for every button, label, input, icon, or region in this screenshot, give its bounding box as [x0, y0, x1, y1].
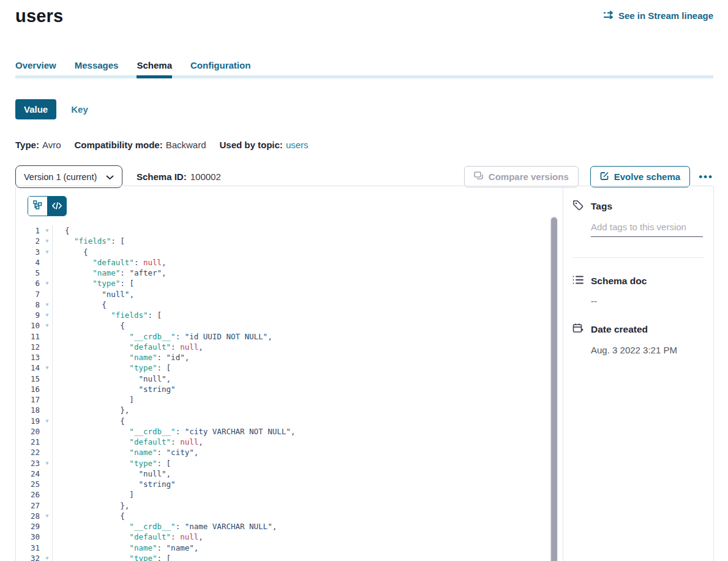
- tag-icon: [572, 200, 584, 213]
- line-number: 32: [16, 553, 42, 561]
- code-text: "name": "after",: [53, 268, 167, 278]
- see-in-stream-lineage-label: See in Stream lineage: [618, 10, 713, 21]
- line-number: 9: [16, 310, 42, 320]
- collapse-toggle-icon[interactable]: ▼: [42, 247, 52, 257]
- tab-schema[interactable]: Schema: [137, 55, 172, 78]
- line-number: 25: [16, 479, 42, 489]
- meta-pair: Used by topic:users: [220, 140, 309, 150]
- code-text: {: [53, 320, 125, 331]
- line-number: 30: [16, 532, 42, 542]
- line-number: 7: [16, 289, 42, 299]
- compare-versions-button[interactable]: Compare versions: [464, 166, 579, 187]
- code-text: "fields": [: [53, 236, 125, 246]
- tab-underline-track: [15, 75, 713, 78]
- code-line: 6▼ "type": [: [16, 278, 547, 288]
- value-key-toggle: Value Key: [15, 99, 728, 119]
- code-line: 22 "name": "city",: [16, 447, 547, 457]
- version-select[interactable]: Version 1 (current): [15, 165, 122, 188]
- code-line: 15 "null",: [16, 374, 547, 384]
- evolve-schema-button[interactable]: Evolve schema: [590, 166, 690, 187]
- code-text: {: [53, 511, 125, 521]
- line-number: 29: [16, 521, 42, 532]
- code-text: {: [53, 416, 125, 426]
- code-view-button[interactable]: [47, 197, 66, 216]
- code-text: },: [53, 405, 129, 415]
- code-line: 26 ]: [16, 489, 547, 500]
- line-number: 27: [16, 500, 42, 511]
- code-line: 19▼ {: [16, 416, 547, 426]
- line-number: 10: [16, 320, 42, 331]
- code-line: 9▼ "fields": [: [16, 310, 547, 320]
- add-tags-input[interactable]: [591, 219, 703, 237]
- meta-label: Used by topic:: [220, 140, 283, 150]
- collapse-toggle-icon[interactable]: ▼: [42, 225, 52, 236]
- tab-overview[interactable]: Overview: [15, 55, 56, 78]
- line-number: 23: [16, 458, 42, 469]
- code-text: {: [53, 299, 107, 310]
- code-line: 31 "name": "name",: [16, 543, 547, 553]
- code-text: "string": [53, 479, 176, 489]
- compare-icon: [474, 171, 484, 182]
- line-number: 6: [16, 278, 42, 288]
- code-line: 11 "__crdb__": "id UUID NOT NULL",: [16, 331, 547, 342]
- line-number: 5: [16, 268, 42, 278]
- key-toggle-button[interactable]: Key: [71, 104, 88, 115]
- line-number: 15: [16, 374, 42, 384]
- code-text: {: [53, 225, 70, 236]
- tree-view-button[interactable]: [28, 197, 47, 216]
- date-created-value: Aug. 3 2022 3:21 PM: [591, 345, 704, 355]
- code-text: "name": "id",: [53, 352, 189, 363]
- collapse-toggle-icon[interactable]: ▼: [42, 278, 52, 288]
- edit-icon: [600, 171, 609, 183]
- code-text: {: [53, 247, 88, 257]
- code-text: "null",: [53, 289, 134, 299]
- see-in-stream-lineage-link[interactable]: See in Stream lineage: [603, 10, 713, 21]
- meta-label: Compatibility mode:: [74, 140, 162, 150]
- line-number: 17: [16, 394, 42, 405]
- line-number: 24: [16, 469, 42, 479]
- tab-messages[interactable]: Messages: [75, 55, 119, 78]
- code-line: 1▼{: [16, 225, 547, 236]
- meta-value: Avro: [42, 140, 61, 150]
- code-line: 12 "default": null,: [16, 342, 547, 352]
- scrollbar-thumb[interactable]: [551, 217, 557, 561]
- tab-configuration[interactable]: Configuration: [190, 55, 250, 78]
- line-number: 2: [16, 236, 42, 246]
- tab-bar: OverviewMessagesSchemaConfiguration: [0, 55, 728, 78]
- line-number: 26: [16, 489, 42, 500]
- tags-section: Tags: [572, 200, 704, 237]
- collapse-toggle-icon[interactable]: ▼: [42, 236, 52, 246]
- schema-doc-value: --: [591, 296, 704, 306]
- schema-panel: 1▼{2▼ "fields": [3▼ {4 "default": null,5…: [15, 186, 714, 561]
- code-line: 5 "name": "after",: [16, 268, 547, 278]
- collapse-toggle-icon[interactable]: ▼: [42, 416, 52, 426]
- schema-sidebar: Tags Schema doc: [563, 186, 713, 561]
- meta-value-link[interactable]: users: [286, 140, 309, 150]
- sidebar-divider: [572, 257, 704, 258]
- schema-doc-title: Schema doc: [591, 276, 647, 287]
- schema-id-value: 100002: [190, 171, 221, 182]
- code-text: "default": null,: [53, 437, 203, 447]
- code-line: 20 "__crdb__": "city VARCHAR NOT NULL",: [16, 426, 547, 437]
- code-text: "fields": [: [53, 310, 162, 320]
- collapse-toggle-icon[interactable]: ▼: [42, 320, 52, 331]
- code-line: 25 "string": [16, 479, 547, 489]
- code-line: 7 "null",: [16, 289, 547, 299]
- schema-page: users See in Stream lineage OverviewMess…: [0, 0, 728, 561]
- value-toggle-button[interactable]: Value: [15, 99, 56, 119]
- code-line: 8▼ {: [16, 299, 547, 310]
- collapse-toggle-icon[interactable]: ▼: [42, 458, 52, 469]
- collapse-toggle-icon[interactable]: ▼: [42, 363, 52, 373]
- collapse-toggle-icon[interactable]: ▼: [42, 553, 52, 561]
- line-number: 11: [16, 331, 42, 342]
- more-options-button[interactable]: •••: [699, 174, 713, 180]
- code-text: "type": [: [53, 363, 171, 373]
- code-text: "default": null,: [53, 342, 203, 352]
- code-text: "string": [53, 384, 176, 394]
- collapse-toggle-icon[interactable]: ▼: [42, 310, 52, 320]
- meta-label: Type:: [15, 140, 39, 150]
- code-editor-content: 1▼{2▼ "fields": [3▼ {4 "default": null,5…: [16, 225, 547, 561]
- collapse-toggle-icon[interactable]: ▼: [42, 299, 52, 310]
- collapse-toggle-icon[interactable]: ▼: [42, 511, 52, 521]
- code-text: },: [53, 500, 129, 511]
